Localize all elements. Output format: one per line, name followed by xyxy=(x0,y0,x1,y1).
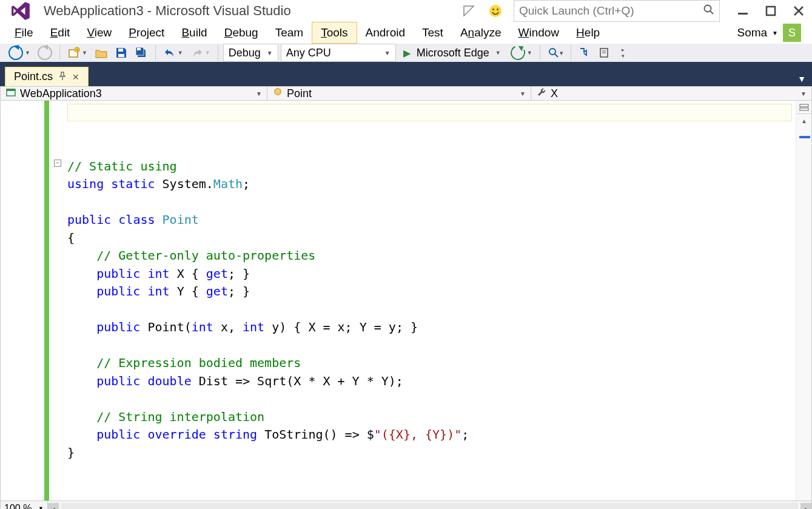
hscroll-right-icon[interactable]: ▸ xyxy=(800,503,811,509)
close-tab-icon[interactable]: ✕ xyxy=(72,72,79,82)
menu-tools[interactable]: Tools xyxy=(312,22,357,44)
scroll-up-icon[interactable]: ▴ xyxy=(796,114,811,127)
browser-refresh-button[interactable]: ▼ xyxy=(508,44,535,62)
svg-rect-6 xyxy=(767,7,775,15)
current-line-highlight xyxy=(67,104,792,121)
svg-point-2 xyxy=(497,8,498,10)
file-tab-active[interactable]: Point.cs ✕ xyxy=(5,67,89,86)
maximize-button[interactable] xyxy=(763,4,778,18)
svg-point-13 xyxy=(549,49,555,55)
code-editor[interactable]: − // Static using using static System.Ma… xyxy=(0,101,812,501)
svg-rect-11 xyxy=(118,54,124,57)
play-icon: ▶ xyxy=(403,47,411,59)
pin-tab-icon[interactable] xyxy=(59,72,66,82)
title-bar: WebApplication3 - Microsoft Visual Studi… xyxy=(0,0,812,22)
class-icon xyxy=(272,87,283,100)
step-over-button[interactable] xyxy=(596,44,612,62)
menu-build[interactable]: Build xyxy=(173,22,215,43)
toolbar-overflow-button[interactable]: ▸▾ xyxy=(615,44,632,62)
menu-window[interactable]: Window xyxy=(510,22,568,43)
new-project-button[interactable]: ✦▼ xyxy=(65,44,90,62)
vs-logo-icon xyxy=(10,0,32,22)
save-button[interactable] xyxy=(113,44,130,62)
search-icon[interactable] xyxy=(703,4,714,18)
undo-button[interactable]: ▼ xyxy=(161,44,186,62)
zoom-dropdown[interactable]: 100 %▼ xyxy=(1,501,48,509)
editor-margin xyxy=(1,101,43,501)
svg-point-1 xyxy=(492,8,494,10)
quick-launch-input[interactable] xyxy=(519,4,703,18)
svg-line-14 xyxy=(555,54,558,57)
notifications-icon[interactable] xyxy=(460,2,477,19)
svg-rect-19 xyxy=(7,89,15,91)
menu-project[interactable]: Project xyxy=(120,22,173,43)
svg-rect-20 xyxy=(800,104,808,107)
nav-back-button[interactable]: ▼ xyxy=(6,44,33,62)
window-title: WebApplication3 - Microsoft Visual Studi… xyxy=(44,3,291,19)
svg-point-3 xyxy=(705,5,711,12)
menu-android[interactable]: Android xyxy=(357,22,414,43)
scroll-marker xyxy=(799,136,810,138)
nav-member-dropdown[interactable]: X ▼ xyxy=(531,87,811,100)
svg-rect-5 xyxy=(738,13,748,15)
user-name: Soma xyxy=(737,26,767,39)
feedback-smiley-icon[interactable] xyxy=(487,2,504,19)
horizontal-scrollbar[interactable] xyxy=(61,503,798,509)
wrench-icon xyxy=(536,87,547,100)
split-editor-button[interactable] xyxy=(796,101,811,114)
start-debug-button[interactable]: ▶ Microsoft Edge ▼ xyxy=(398,47,506,59)
find-in-files-button[interactable]: ▾ xyxy=(545,44,566,62)
svg-point-0 xyxy=(489,5,502,17)
vertical-scrollbar[interactable]: ▴ xyxy=(796,101,811,501)
menu-edit[interactable]: Edit xyxy=(42,22,79,43)
menu-file[interactable]: File xyxy=(6,22,42,43)
code-navigation-bar: WebApplication3 ▼ Point ▼ X ▼ xyxy=(0,86,812,101)
redo-button: ▼ xyxy=(188,44,213,62)
menu-bar: File Edit View Project Build Debug Team … xyxy=(0,22,812,44)
solution-config-dropdown[interactable]: Debug▼ xyxy=(223,44,278,62)
editor-footer-bar: 100 %▼ ◂ ▸ xyxy=(0,501,812,509)
project-icon xyxy=(5,87,16,100)
step-into-button[interactable] xyxy=(576,44,593,62)
minimize-button[interactable] xyxy=(736,4,750,18)
tab-list-dropdown[interactable]: ▼ xyxy=(791,72,812,86)
svg-rect-12 xyxy=(137,48,141,50)
svg-line-4 xyxy=(711,11,714,14)
svg-text:✦: ✦ xyxy=(75,47,79,53)
nav-forward-button xyxy=(35,44,55,62)
standard-toolbar: ▼ ✦▼ ▼ ▼ Debug▼ Any CPU▼ ▶ Microsoft Edg… xyxy=(0,44,812,62)
hscroll-left-icon[interactable]: ◂ xyxy=(48,503,59,509)
menu-help[interactable]: Help xyxy=(568,22,608,43)
document-well: Point.cs ✕ ▼ xyxy=(0,62,812,86)
menu-debug[interactable]: Debug xyxy=(216,22,267,43)
code-area[interactable]: // Static using using static System.Math… xyxy=(43,101,796,501)
account-menu[interactable]: Soma ▼ S xyxy=(732,24,806,42)
menu-analyze[interactable]: Analyze xyxy=(452,22,510,43)
menu-view[interactable]: View xyxy=(78,22,120,43)
save-all-button[interactable] xyxy=(132,44,150,62)
user-avatar[interactable]: S xyxy=(783,24,801,42)
quick-launch-box[interactable] xyxy=(514,0,720,22)
nav-class-dropdown[interactable]: Point ▼ xyxy=(267,87,531,100)
menu-test[interactable]: Test xyxy=(414,22,452,43)
svg-rect-21 xyxy=(800,108,808,110)
svg-rect-10 xyxy=(118,49,123,52)
nav-project-dropdown[interactable]: WebApplication3 ▼ xyxy=(1,87,267,100)
solution-platform-dropdown[interactable]: Any CPU▼ xyxy=(281,44,396,62)
chevron-down-icon: ▼ xyxy=(772,30,778,36)
menu-team[interactable]: Team xyxy=(267,22,312,43)
file-tab-label: Point.cs xyxy=(14,70,53,83)
close-button[interactable] xyxy=(791,4,806,18)
open-file-button[interactable] xyxy=(92,44,110,62)
